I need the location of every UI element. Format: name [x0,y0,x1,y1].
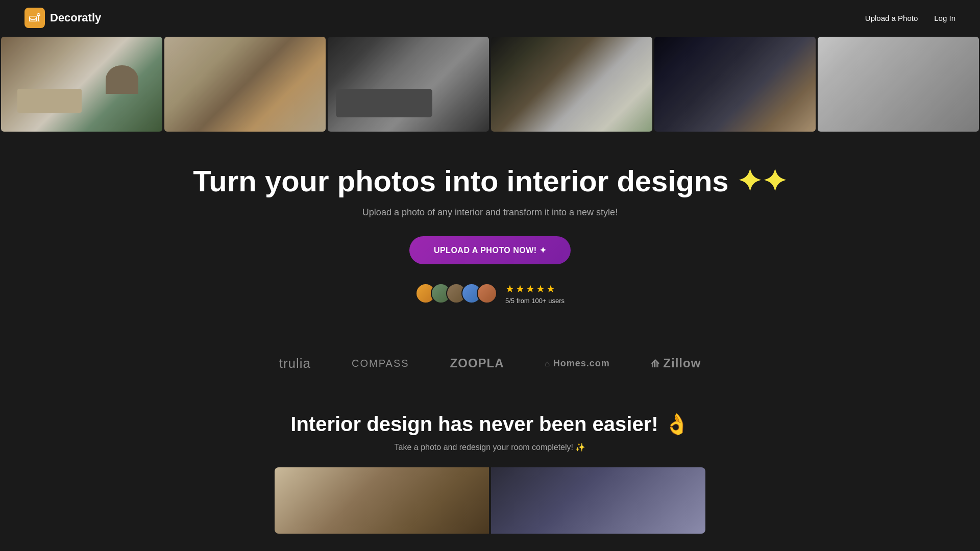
before-after-preview [260,467,720,534]
rating-area: ★ ★ ★ ★ ★ 5/5 from 100+ users [505,283,565,305]
rating-from: from 100+ users [517,297,565,305]
hero-title: Turn your photos into interior designs ✦… [10,163,970,199]
nav-links: Upload a Photo Log In [865,14,955,22]
brand-trulia: trulia [279,356,311,371]
hero-title-main: Turn your photos into interior designs [193,164,728,197]
hero-sparkle: ✦✦ [737,164,787,197]
room-image-4 [491,37,652,132]
section2-title: Interior design has never been easier! 👌 [10,412,970,436]
brand-zillow: Zillow [651,356,701,370]
brand-homes: Homes.com [545,358,610,369]
logo-emoji: 🛋 [29,11,40,24]
star-1: ★ [505,283,514,295]
star-5: ★ [546,283,555,295]
login-link[interactable]: Log In [934,14,955,22]
navbar: 🛋 Decoratly Upload a Photo Log In [0,0,980,36]
room-image-2 [164,37,326,132]
brand-zoopla: ZOOPLA [450,356,504,370]
brands-section: trulia COMPASS ZOOPLA Homes.com Zillow [0,335,980,392]
after-panel [491,467,705,534]
room-image-3 [328,37,489,132]
image-strip [0,36,980,133]
section2-subtitle: Take a photo and redesign your room comp… [10,442,970,452]
hero-subtitle: Upload a photo of any interior and trans… [10,207,970,218]
star-3: ★ [526,283,535,295]
logo-text: Decoratly [50,11,101,24]
hero-section: Turn your photos into interior designs ✦… [0,133,980,325]
brand-compass: COMPASS [352,358,409,369]
rating-text: 5/5 from 100+ users [505,297,565,305]
room-image-1 [1,37,162,132]
star-rating: ★ ★ ★ ★ ★ [505,283,555,295]
section-2: Interior design has never been easier! 👌… [0,392,980,544]
room-image-5 [654,37,816,132]
room-image-6 [818,37,979,132]
cta-upload-button[interactable]: UPLOAD A PHOTO NOW! ✦ [409,236,571,264]
upload-photo-link[interactable]: Upload a Photo [865,14,918,22]
logo-icon: 🛋 [24,8,45,28]
social-proof: ★ ★ ★ ★ ★ 5/5 from 100+ users [10,283,970,305]
avatar-5 [477,283,497,304]
avatar-group [415,283,497,304]
rating-score: 5/5 [505,297,514,305]
star-2: ★ [516,283,525,295]
logo-area: 🛋 Decoratly [24,8,101,28]
before-panel [275,467,489,534]
star-4: ★ [536,283,545,295]
